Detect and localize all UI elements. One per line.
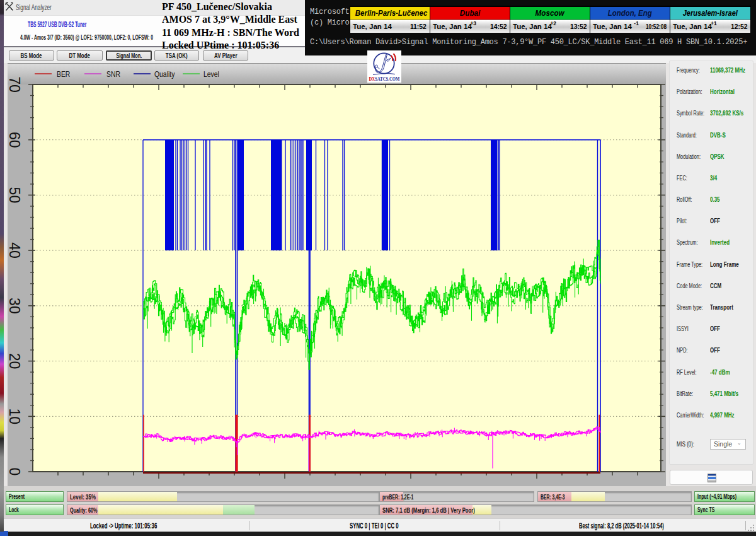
svg-text:20: 20: [8, 353, 23, 370]
svg-text:40: 40: [8, 242, 23, 259]
svg-text:10: 10: [8, 409, 23, 425]
svg-text:0: 0: [8, 468, 23, 476]
svg-text:60: 60: [8, 132, 23, 148]
svg-text:50: 50: [8, 187, 23, 204]
svg-text:30: 30: [8, 298, 23, 314]
svg-text:70: 70: [8, 76, 23, 93]
svg-text:DXSATCS.COM: DXSATCS.COM: [369, 76, 400, 82]
